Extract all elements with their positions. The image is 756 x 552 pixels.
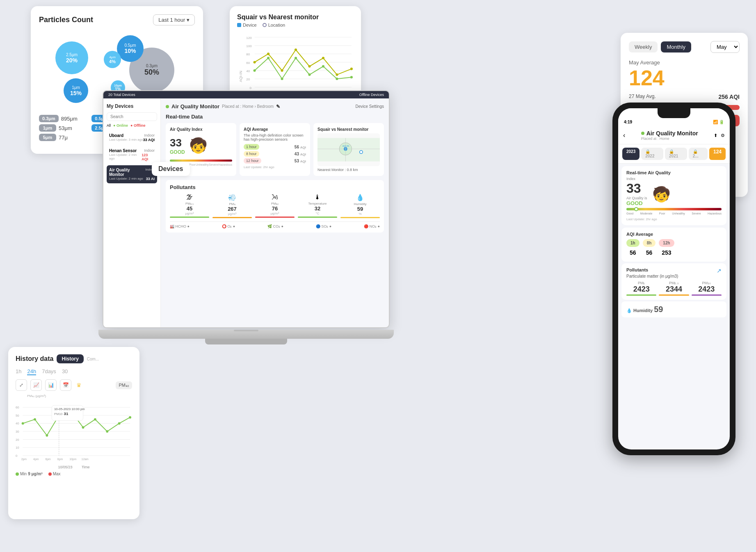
sidebar: My Devices All ● Online ● Offline Uboard… bbox=[103, 98, 161, 328]
device-name: Air Quality Monitor bbox=[171, 103, 219, 109]
may-avg-value: 124 bbox=[629, 66, 740, 90]
time-period-button[interactable]: Last 1 hour ▾ bbox=[153, 14, 195, 25]
monthly-tab[interactable]: Monthly bbox=[661, 41, 691, 52]
svg-point-53 bbox=[34, 418, 36, 421]
year-other-tab: 🔒 2... bbox=[689, 148, 708, 160]
tab-24h[interactable]: 24h bbox=[27, 368, 36, 375]
sidebar-device-henan[interactable]: Henan Sensor Indoor Last Update: 2 min a… bbox=[107, 146, 157, 164]
svg-text:40: 40 bbox=[246, 69, 250, 73]
sidebar-device-airquality[interactable]: Air Quality Monitor Indoor Last Update: … bbox=[107, 165, 157, 183]
laptop-stand bbox=[205, 339, 287, 344]
year-2022-tab[interactable]: 🔒 2022 bbox=[641, 148, 663, 160]
svg-text:0: 0 bbox=[249, 86, 251, 90]
chart-x-title: 10/05/23 Time bbox=[16, 465, 132, 469]
phone-aqi-bar bbox=[626, 208, 722, 210]
monthly-tab-row: Weekly Monthly May April June bbox=[629, 41, 740, 53]
tab-1h[interactable]: 1h bbox=[16, 368, 21, 375]
pollutants-section: Pollutants 🌫 PM₂.₅ 45 μg/m³ 💨 PM₁ 2 bbox=[166, 180, 384, 233]
aqi-avg-desc: The ultra-high definition color screen h… bbox=[244, 133, 306, 141]
squair-title: Squair vs Nearest monitor bbox=[237, 14, 354, 21]
realtime-grid: Air Quality Index 33 GOOD 🧒 Good Moderat… bbox=[166, 123, 384, 176]
dashboard-layout: My Devices All ● Online ● Offline Uboard… bbox=[103, 98, 389, 328]
aqi-12hr-row: 12 hour 53 AQI bbox=[244, 158, 306, 164]
svg-text:20: 20 bbox=[16, 438, 19, 442]
my-devices-title: My Devices bbox=[107, 103, 157, 109]
year-2023-tab[interactable]: 2023 bbox=[622, 148, 640, 160]
particles-header: Particles Count Last 1 hour ▾ bbox=[39, 14, 195, 25]
bar-chart-icon[interactable]: 📊 bbox=[45, 379, 57, 391]
share-icon[interactable]: ⬆ bbox=[714, 133, 717, 138]
svg-point-25 bbox=[281, 78, 283, 80]
svg-text:0: 0 bbox=[16, 454, 18, 458]
month-selector[interactable]: May April June bbox=[710, 41, 740, 53]
svg-point-27 bbox=[308, 73, 311, 76]
aqi-avg-title: AQI Average bbox=[244, 127, 306, 132]
edit-icon[interactable]: ✎ bbox=[276, 104, 280, 109]
phone-signal-icons: 📶 🔋 bbox=[713, 120, 724, 124]
history-tab-active[interactable]: History bbox=[57, 354, 83, 363]
svg-point-58 bbox=[94, 418, 96, 421]
phone-last-update: Last Update: 2hr ago bbox=[626, 217, 722, 221]
laptop-camera bbox=[234, 330, 258, 331]
tab-30[interactable]: 30 bbox=[62, 368, 68, 375]
sidebar-search-input[interactable] bbox=[107, 112, 157, 121]
device-filter-row: All ● Online ● Offline bbox=[107, 123, 157, 128]
laptop-base bbox=[98, 330, 394, 339]
pm-row-1: 1μm 53μm bbox=[39, 124, 89, 132]
phone-poll-title: Pollutants bbox=[626, 267, 648, 272]
phone-pm-grid: PM₁ 2423 PM₂.₅ 2344 PM₁₀ 2423 bbox=[626, 281, 722, 296]
humidity-display: 💧 Humidity 59 bbox=[621, 301, 726, 317]
aqi-value: 33 bbox=[170, 137, 185, 149]
phone-aqi-average: AQI Average 1h 56 8h 56 12h 253 bbox=[621, 228, 726, 262]
svg-text:6pm: 6pm bbox=[45, 458, 51, 461]
aqi-last-update: Last Update: 2hr ago bbox=[244, 165, 306, 169]
laptop-device: 20 Total Devices Offline Devices My Devi… bbox=[86, 90, 406, 377]
svg-text:8pm: 8pm bbox=[57, 458, 63, 461]
avg-line: 27 May Avg. 256 AQI bbox=[629, 94, 740, 100]
expand-pollutants-icon[interactable]: ↗ bbox=[717, 267, 722, 274]
phone-pm25: PM₂.₅ 2344 bbox=[659, 281, 689, 296]
phone-aqi-avg-title: AQI Average bbox=[626, 232, 722, 237]
sidebar-device-uboard[interactable]: Uboard Indoor Last Update: 3 min ago 33 … bbox=[107, 131, 157, 144]
calendar-icon[interactable]: 📅 bbox=[60, 379, 71, 391]
pollutant-pm10: 🌬 PM₁₀ 76 μg/m³ bbox=[255, 194, 295, 218]
tab-7days[interactable]: 7days bbox=[42, 368, 56, 375]
back-icon[interactable]: ‹ bbox=[623, 132, 625, 139]
svg-text:10-05-2023  10:00 pm: 10-05-2023 10:00 pm bbox=[54, 407, 85, 411]
svg-text:31: 31 bbox=[64, 411, 69, 416]
squair-map: AQI-IN 50 bbox=[317, 133, 380, 166]
legend-min: Min 9 μg/m³ bbox=[16, 472, 43, 476]
phone-frame: 4:19 📶 🔋 ‹ Air Quality Monitor Placed at… bbox=[612, 103, 735, 455]
svg-text:100: 100 bbox=[246, 44, 252, 48]
svg-point-78 bbox=[360, 151, 363, 154]
pollutant-temperature: 🌡 Temperature 32 °C bbox=[298, 194, 337, 218]
weekly-tab[interactable]: Weekly bbox=[629, 41, 658, 52]
phone-aqi-marker bbox=[634, 207, 638, 211]
device-settings-btn[interactable]: Device Settings bbox=[356, 104, 384, 109]
chart-legend: Min 9 μg/m³ Max bbox=[16, 472, 132, 476]
phone-settings-icon[interactable]: ⚙ bbox=[721, 133, 725, 138]
svg-text:12am: 12am bbox=[82, 458, 89, 461]
pm10-filter[interactable]: PM₁₀ bbox=[116, 381, 132, 389]
aqi-1hr-row: 1 hour 56 AQI bbox=[244, 144, 306, 150]
phone-screen: 4:19 📶 🔋 ‹ Air Quality Monitor Placed at… bbox=[618, 108, 730, 449]
line-chart-icon[interactable]: 📈 bbox=[30, 379, 42, 391]
svg-point-22 bbox=[350, 68, 353, 70]
main-topbar: Air Quality Monitor Placed at : Home › B… bbox=[166, 103, 384, 109]
svg-text:60: 60 bbox=[16, 406, 19, 409]
laptop-topbar: 20 Total Devices Offline Devices bbox=[103, 91, 389, 98]
svg-point-26 bbox=[295, 57, 297, 59]
svg-text:50: 50 bbox=[16, 414, 19, 417]
online-indicator bbox=[166, 105, 169, 108]
phone-pm10: PM₁₀ 2423 bbox=[692, 281, 722, 296]
svg-text:40: 40 bbox=[16, 422, 19, 425]
second-pollutants-row: 🏭 HCHO ● ⭕ O₂ ● 🌿 CO₂ ● 🔵 SO₂ ● 🔴 NO₂ ● bbox=[170, 221, 380, 228]
realtime-section-title: Real-time Data bbox=[166, 114, 384, 120]
history-title: History data bbox=[16, 355, 53, 363]
expand-icon[interactable]: ⤢ bbox=[16, 379, 27, 391]
svg-text:10pm: 10pm bbox=[69, 458, 76, 461]
pollutants-grid: 🌫 PM₂.₅ 45 μg/m³ 💨 PM₁ 267 μg/m³ bbox=[170, 194, 380, 218]
year-2021-tab[interactable]: 🔒 2021 bbox=[665, 148, 687, 160]
aqi-average-card: AQI Average The ultra-high definition co… bbox=[240, 123, 310, 176]
svg-point-16 bbox=[267, 52, 270, 55]
